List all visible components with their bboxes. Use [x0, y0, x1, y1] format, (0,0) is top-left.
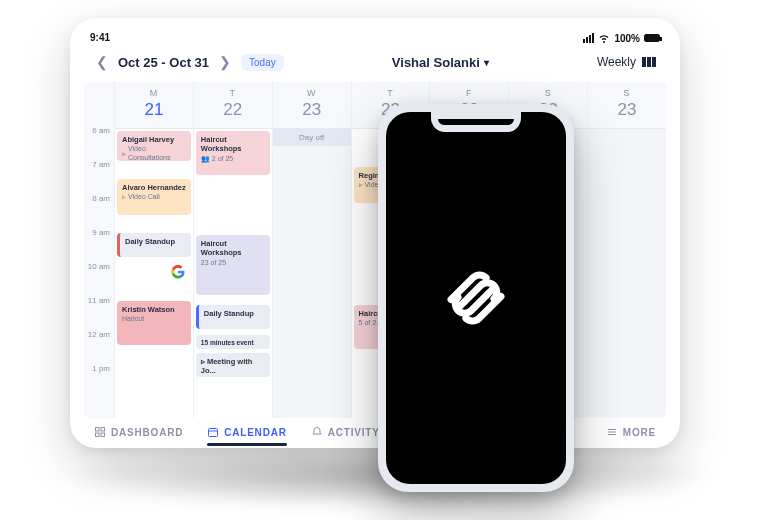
- google-icon: [171, 265, 185, 279]
- next-week-button[interactable]: ❯: [217, 52, 233, 72]
- hour-label: 11 am: [84, 296, 114, 330]
- status-time: 9:41: [90, 32, 110, 44]
- hour-label: 6 am: [84, 126, 114, 160]
- event-standup[interactable]: Daily Standup: [117, 233, 191, 257]
- svg-rect-1: [101, 428, 105, 432]
- event-kristin[interactable]: Kristin Watson Haircut: [117, 301, 191, 345]
- day-header[interactable]: W 23: [273, 82, 351, 129]
- bottom-nav: DASHBOARD CALENDAR ACTIVITY MORE: [84, 418, 666, 438]
- day-column-mon[interactable]: M 21 Abigail Harvey ▹Video Consultations…: [114, 82, 193, 418]
- view-mode-selector[interactable]: Weekly: [597, 55, 656, 69]
- event-standup[interactable]: Daily Standup: [196, 305, 270, 329]
- event-alvaro[interactable]: Alvaro Hernandez ▹Video Call: [117, 179, 191, 215]
- prev-week-button[interactable]: ❮: [94, 52, 110, 72]
- day-column-sun[interactable]: S 23: [587, 82, 666, 418]
- grid-icon: [642, 57, 656, 67]
- video-icon: ▹: [122, 150, 126, 159]
- svg-rect-0: [96, 428, 100, 432]
- phone-device: [378, 104, 574, 492]
- calendar-grid: 6 am 7 am 8 am 9 am 10 am 11 am 12 am 1 …: [84, 82, 666, 418]
- event-abigail[interactable]: Abigail Harvey ▹Video Consultations: [117, 131, 191, 161]
- chevron-down-icon: ▾: [484, 57, 489, 68]
- status-bar: 9:41 100%: [84, 32, 666, 48]
- date-range[interactable]: Oct 25 - Oct 31: [118, 55, 209, 70]
- event-workshop[interactable]: Haircut Workshops 23 of 25: [196, 235, 270, 295]
- event-workshop[interactable]: Haircut Workshops 👥2 of 25: [196, 131, 270, 175]
- day-off-label: Day off: [273, 129, 351, 146]
- calendar-icon: [207, 426, 219, 438]
- video-icon: ▹: [201, 357, 205, 366]
- day-header[interactable]: S 23: [588, 82, 666, 129]
- hour-label: 12 am: [84, 330, 114, 364]
- wifi-icon: [598, 32, 610, 44]
- today-button[interactable]: Today: [241, 54, 284, 71]
- battery-icon: [644, 34, 660, 42]
- day-header[interactable]: M 21: [115, 82, 193, 129]
- phone-notch: [431, 112, 521, 132]
- people-icon: 👥: [201, 155, 210, 164]
- hour-label: 9 am: [84, 228, 114, 262]
- day-column-tue[interactable]: T 22 Haircut Workshops 👥2 of 25 Haircut …: [193, 82, 272, 418]
- hour-label: 10 am: [84, 262, 114, 296]
- tablet-device: 9:41 100% ❮ Oct 25 - Oct 31 ❯ Today Vish…: [70, 18, 680, 448]
- svg-rect-2: [96, 433, 100, 437]
- nav-calendar[interactable]: CALENDAR: [207, 426, 287, 438]
- user-name: Vishal Solanki: [392, 55, 480, 70]
- nav-activity[interactable]: ACTIVITY: [311, 426, 380, 438]
- status-battery-pct: 100%: [614, 33, 640, 44]
- day-header[interactable]: T 22: [194, 82, 272, 129]
- signal-icon: [583, 33, 594, 43]
- menu-icon: [606, 426, 618, 438]
- video-icon: ▹: [359, 181, 363, 190]
- user-selector[interactable]: Vishal Solanki ▾: [392, 55, 489, 70]
- phone-screen: [386, 112, 566, 484]
- hour-label: 7 am: [84, 160, 114, 194]
- squarespace-logo-icon: [437, 259, 515, 337]
- app-header: ❮ Oct 25 - Oct 31 ❯ Today Vishal Solanki…: [84, 48, 666, 82]
- hour-label: 1 pm: [84, 364, 114, 398]
- nav-more[interactable]: MORE: [606, 426, 656, 438]
- dashboard-icon: [94, 426, 106, 438]
- svg-rect-4: [209, 429, 218, 437]
- day-column-wed[interactable]: W 23 Day off: [272, 82, 351, 418]
- view-mode-label: Weekly: [597, 55, 636, 69]
- nav-dashboard[interactable]: DASHBOARD: [94, 426, 183, 438]
- svg-rect-3: [101, 433, 105, 437]
- event-mini[interactable]: 15 minutes event: [196, 335, 270, 349]
- bell-icon: [311, 426, 323, 438]
- hour-label: 8 am: [84, 194, 114, 228]
- event-meeting[interactable]: ▹ Meeting with Jo...: [196, 353, 270, 377]
- video-icon: ▹: [122, 193, 126, 202]
